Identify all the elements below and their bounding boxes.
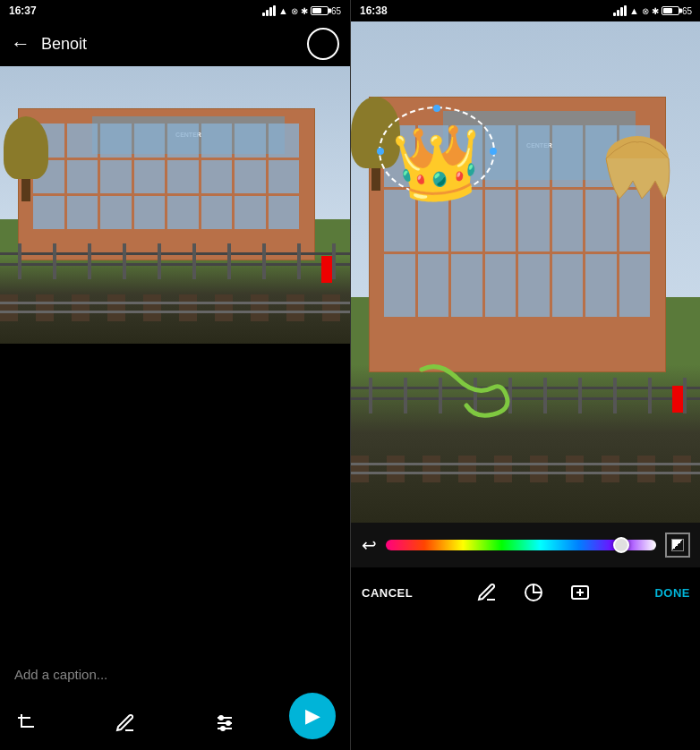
tracks-right xyxy=(351,456,700,482)
battery-pct-right: 65 xyxy=(682,6,692,16)
photo-area-left: CENTER xyxy=(0,66,350,344)
bt-icon-right: ✱ xyxy=(652,6,659,16)
done-button[interactable]: DONE xyxy=(654,586,690,600)
time-right: 16:38 xyxy=(360,4,388,17)
tracks xyxy=(0,294,350,321)
bottom-toolbar-left: ▶ xyxy=(0,703,350,750)
caption-area: Add a caption... xyxy=(0,344,350,703)
color-toolbar: ↩ xyxy=(351,523,700,567)
wig-sticker[interactable] xyxy=(602,132,673,217)
battery-icon-left xyxy=(311,6,329,15)
status-icons-left: ▲ ⊗ ✱ 65 xyxy=(262,5,341,16)
status-bar-left: 16:37 ▲ ⊗ ✱ 65 xyxy=(0,0,350,21)
wig-svg xyxy=(602,132,673,203)
right-panel: 16:38 ▲ ⊗ ✱ 65 CENTER xyxy=(351,0,700,750)
back-button[interactable]: ← xyxy=(11,32,30,55)
pen-action-button[interactable] xyxy=(474,580,499,605)
opacity-icon xyxy=(671,539,684,551)
undo-button[interactable]: ↩ xyxy=(362,534,377,556)
sign-red xyxy=(321,256,332,283)
cancel-button[interactable]: CANCEL xyxy=(362,586,413,600)
left-panel: 16:37 ▲ ⊗ ✱ 65 ← Benoit xyxy=(0,0,350,750)
action-bar: CANCEL DONE xyxy=(351,567,700,618)
text-action-button[interactable] xyxy=(568,580,593,605)
svg-point-3 xyxy=(219,716,223,720)
sticker-action-button[interactable] xyxy=(521,580,546,605)
building-photo-left: CENTER xyxy=(0,66,350,344)
time-left: 16:37 xyxy=(9,4,37,17)
selection-dot-left[interactable] xyxy=(377,148,384,155)
bt-icon-left: ✱ xyxy=(301,6,308,16)
adjust-button[interactable] xyxy=(212,711,237,736)
crown-sticker[interactable]: 👑 xyxy=(389,118,486,209)
pen-button-left[interactable] xyxy=(113,711,138,736)
opacity-toggle-button[interactable] xyxy=(665,533,690,558)
svg-point-5 xyxy=(221,727,225,730)
avatar-circle[interactable] xyxy=(307,28,339,60)
crop-button[interactable] xyxy=(14,711,39,736)
send-arrow-icon: ▶ xyxy=(305,704,320,728)
selection-dot-right[interactable] xyxy=(490,148,497,155)
tree-left xyxy=(4,116,48,201)
fence xyxy=(0,243,350,288)
header-left: ← Benoit xyxy=(0,21,350,66)
drawing-scribble xyxy=(404,352,520,432)
signal-icon-right xyxy=(613,5,627,16)
building-photo-right: CENTER xyxy=(351,21,700,523)
battery-pct-left: 65 xyxy=(331,6,341,16)
color-slider[interactable] xyxy=(386,540,656,550)
wifi-icon-left: ▲ xyxy=(278,5,288,16)
caption-placeholder[interactable]: Add a caption... xyxy=(14,667,336,682)
nfc-icon-left: ⊗ xyxy=(291,6,298,16)
nfc-icon-right: ⊗ xyxy=(642,6,649,16)
action-icons xyxy=(413,580,654,605)
send-button[interactable]: ▶ xyxy=(289,693,336,739)
chat-title: Benoit xyxy=(41,35,307,54)
signal-icon-left xyxy=(262,5,276,16)
battery-icon-right xyxy=(662,6,679,15)
windows xyxy=(33,124,299,229)
slider-thumb[interactable] xyxy=(613,537,629,553)
building: CENTER xyxy=(18,108,315,261)
svg-point-4 xyxy=(226,721,230,725)
status-bar-right: 16:38 ▲ ⊗ ✱ 65 xyxy=(351,0,700,21)
selection-dot-top[interactable] xyxy=(433,105,440,112)
wifi-icon-right: ▲ xyxy=(629,5,639,16)
status-icons-right: ▲ ⊗ ✱ 65 xyxy=(613,5,692,16)
photo-area-right[interactable]: CENTER xyxy=(351,21,700,523)
sign-red-right xyxy=(672,386,683,413)
